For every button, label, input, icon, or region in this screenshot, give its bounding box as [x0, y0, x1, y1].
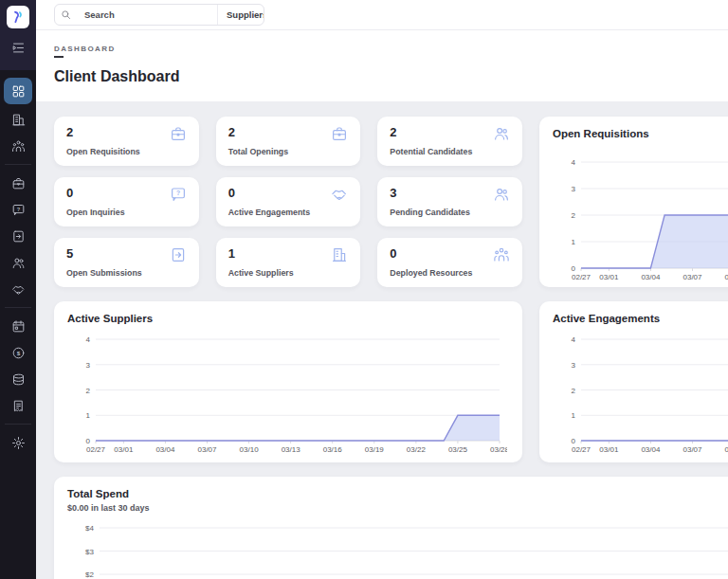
- svg-text:2: 2: [572, 211, 576, 220]
- stat-card[interactable]: 5 Open Submissions: [54, 238, 199, 287]
- svg-text:4: 4: [572, 158, 576, 167]
- stat-card[interactable]: 0 Active Engagements: [216, 177, 361, 226]
- stat-card[interactable]: 0 ? Open Inquiries: [54, 177, 199, 226]
- breadcrumb-underline: [54, 56, 64, 58]
- breadcrumb: DASHBOARD: [54, 45, 728, 53]
- svg-text:03/25: 03/25: [448, 445, 468, 454]
- stat-card[interactable]: 2 Open Requisitions: [54, 117, 199, 166]
- stat-value: 0: [228, 186, 235, 200]
- sidebar-item-collapse-menu[interactable]: [0, 37, 36, 62]
- svg-text:03/28: 03/28: [490, 445, 507, 454]
- stat-card[interactable]: 0 Deployed Resources: [377, 238, 522, 287]
- sidebar-item-receipt[interactable]: [0, 393, 36, 418]
- chart-title: Active Engagements: [553, 313, 728, 324]
- svg-text:03/10: 03/10: [240, 445, 260, 454]
- chart-title: Total Spend: [67, 488, 728, 499]
- svg-text:03/16: 03/16: [323, 445, 343, 454]
- svg-text:1: 1: [572, 411, 576, 420]
- svg-text:?: ?: [176, 190, 180, 196]
- sidebar-item-submission[interactable]: [0, 224, 36, 248]
- sidebar-item-company[interactable]: [0, 107, 36, 132]
- main-column: Suppliers ▾ DASHBOARD Client Dashboard 2…: [36, 0, 728, 579]
- stat-value: 2: [228, 125, 235, 139]
- svg-text:3: 3: [86, 361, 91, 370]
- app-logo-icon[interactable]: [7, 6, 29, 28]
- svg-text:03/10: 03/10: [725, 445, 728, 454]
- svg-text:03/22: 03/22: [407, 445, 427, 454]
- sidebar-item-calendar[interactable]: [0, 314, 36, 338]
- stat-value: 3: [390, 186, 396, 200]
- svg-text:4: 4: [572, 335, 576, 344]
- svg-text:1: 1: [572, 238, 576, 246]
- svg-text:4: 4: [86, 335, 91, 344]
- stat-label: Active Engagements: [228, 208, 349, 217]
- svg-text:03/04: 03/04: [641, 445, 661, 454]
- total-spend-chart: $4$3$2$1$002/2703/0103/0403/0703/1003/13…: [67, 520, 728, 579]
- stat-value: 1: [228, 246, 235, 261]
- svg-text:03/01: 03/01: [114, 445, 134, 454]
- collapse-menu-icon: [11, 41, 26, 59]
- sidebar-item-settings[interactable]: [0, 430, 36, 455]
- stat-card[interactable]: 2 Potential Candidates: [377, 117, 522, 166]
- stat-card[interactable]: 3 Pending Candidates: [377, 177, 522, 226]
- building-icon: [331, 246, 348, 263]
- settings-icon: [11, 436, 26, 450]
- stat-value: 2: [66, 125, 73, 139]
- stat-label: Potential Candidates: [390, 147, 510, 156]
- svg-text:3: 3: [572, 361, 576, 370]
- sidebar-item-dashboard[interactable]: [4, 78, 32, 104]
- submission-icon: [170, 246, 187, 263]
- svg-text:3: 3: [572, 185, 576, 193]
- search-box: Suppliers ▾: [54, 4, 264, 26]
- sidebar: ?$: [0, 0, 36, 579]
- company-icon: [11, 113, 26, 127]
- svg-text:$3: $3: [85, 548, 94, 556]
- sidebar-nav: ?$: [0, 70, 36, 456]
- middle-row: Active Suppliers 4321002/2703/0103/0403/…: [54, 301, 728, 462]
- search-input[interactable]: [77, 9, 217, 20]
- submission-icon: [11, 229, 26, 244]
- inquiry-icon: ?: [11, 203, 26, 217]
- stat-label: Active Suppliers: [228, 268, 349, 278]
- sidebar-item-inquiry[interactable]: ?: [0, 197, 36, 222]
- stat-value: 0: [390, 246, 396, 261]
- app-root: ?$ Suppliers ▾ DASHBOARD Client Dashboar…: [0, 0, 728, 579]
- top-row: 2 Open Requisitions 2 Total Openings 2 P…: [54, 117, 728, 287]
- briefcase-icon: [331, 125, 348, 142]
- svg-text:0: 0: [86, 437, 91, 445]
- inquiry-icon: ?: [170, 186, 187, 203]
- svg-text:03/19: 03/19: [365, 445, 385, 454]
- svg-text:$: $: [16, 349, 20, 355]
- sidebar-top-section: [0, 0, 36, 70]
- svg-text:03/01: 03/01: [599, 445, 619, 454]
- stat-card[interactable]: 1 Active Suppliers: [216, 238, 361, 287]
- svg-text:02/27: 02/27: [572, 273, 592, 281]
- svg-text:02/27: 02/27: [572, 445, 592, 454]
- sidebar-item-handshake[interactable]: [0, 277, 36, 301]
- search-scope-dropdown[interactable]: Suppliers ▾: [217, 5, 264, 25]
- sidebar-item-briefcase[interactable]: [0, 171, 36, 195]
- svg-text:03/07: 03/07: [198, 445, 218, 454]
- team-icon: [493, 246, 510, 263]
- dashboard-icon: [11, 84, 26, 99]
- stat-label: Open Submissions: [66, 268, 187, 278]
- stat-value: 2: [390, 125, 396, 139]
- candidates-icon: [11, 256, 26, 270]
- topbar: Suppliers ▾: [36, 0, 728, 30]
- sidebar-divider: [5, 307, 31, 308]
- sidebar-item-candidates[interactable]: [0, 250, 36, 275]
- svg-text:0: 0: [572, 264, 576, 273]
- svg-text:03/07: 03/07: [683, 445, 703, 454]
- stat-card[interactable]: 2 Total Openings: [216, 117, 361, 166]
- sidebar-item-coins[interactable]: [0, 367, 36, 391]
- svg-text:$4: $4: [85, 524, 94, 533]
- svg-text:0: 0: [572, 437, 576, 445]
- stat-label: Deployed Resources: [390, 268, 510, 278]
- active-suppliers-chart: 4321002/2703/0103/0403/0703/1003/1303/16…: [67, 332, 509, 461]
- active-suppliers-chart-card: Active Suppliers 4321002/2703/0103/0403/…: [54, 301, 522, 462]
- stat-value: 5: [66, 246, 73, 261]
- sidebar-item-dollar[interactable]: $: [0, 340, 36, 365]
- scope-label: Suppliers: [227, 9, 264, 20]
- sidebar-item-organization[interactable]: [0, 134, 36, 158]
- svg-text:03/07: 03/07: [683, 273, 703, 281]
